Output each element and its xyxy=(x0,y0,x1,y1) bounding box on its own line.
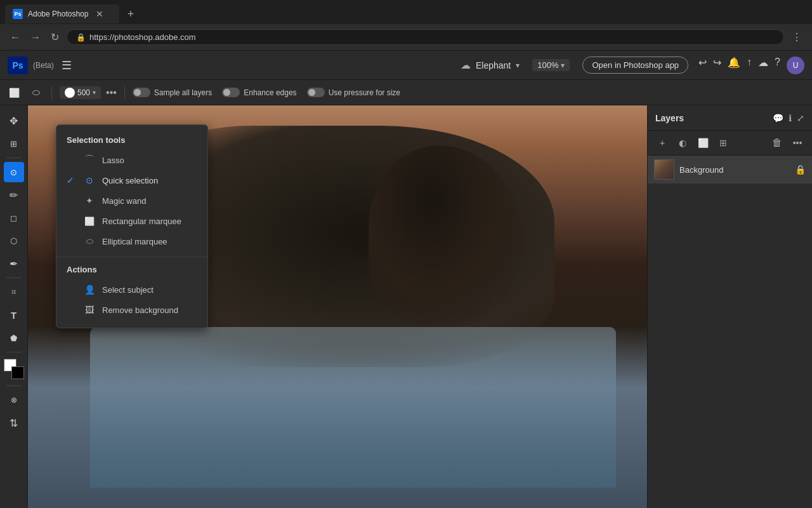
sort-icon: ⇅ xyxy=(10,417,18,429)
refresh-button[interactable]: ↻ xyxy=(48,29,62,46)
toolbar-separator-2 xyxy=(124,86,125,100)
brush-size-chevron: ▾ xyxy=(93,89,96,96)
shape-tool[interactable]: ⬟ xyxy=(4,328,24,348)
brush-circle-preview xyxy=(65,88,75,98)
select-subject-icon: 👤 xyxy=(83,283,96,296)
rect-marquee-item[interactable]: ⬜ Rectangular marquee xyxy=(56,211,207,231)
left-sidebar: ✥ ⊞ ⊙ ✏ ◻ ⬡ ✒ ⌗ T ⬟ ⊗ ⇅ xyxy=(0,105,28,508)
forward-button[interactable]: → xyxy=(28,29,43,46)
sort-tool[interactable]: ⇅ xyxy=(4,413,24,433)
rect-marquee-label: Rectangular marquee xyxy=(102,217,181,226)
magic-wand-icon: ✦ xyxy=(83,194,96,207)
elliptical-marquee-icon: ⬭ xyxy=(83,235,96,248)
select-subject-item[interactable]: 👤 Select subject xyxy=(56,279,207,300)
cloud-icon: ☁ xyxy=(461,59,471,71)
selection-tools-popup: Selection tools ⌒ Lasso ✓ ⊙ Quick select… xyxy=(56,124,208,328)
text-tool[interactable]: T xyxy=(4,305,24,325)
profile-icon[interactable]: ⋮ xyxy=(789,29,804,46)
quick-selection-checkmark: ✓ xyxy=(67,175,77,185)
panel-info-icon[interactable]: ℹ xyxy=(789,113,792,123)
back-button[interactable]: ← xyxy=(8,29,23,46)
enhance-edges-label: Enhance edges xyxy=(244,88,296,97)
layer-more-options[interactable]: ••• xyxy=(789,135,806,151)
brush-tool[interactable]: ✏ xyxy=(4,185,24,205)
tab-title: Adobe Photoshop xyxy=(28,10,88,18)
move-tool[interactable]: ✥ xyxy=(4,110,24,131)
eyedropper-tool[interactable]: ✒ xyxy=(4,253,24,274)
elliptical-marquee-item[interactable]: ⬭ Elliptical marquee xyxy=(56,231,207,251)
select-subject-label: Select subject xyxy=(102,285,154,295)
sample-all-layers-switch[interactable] xyxy=(133,88,150,97)
add-layer-button[interactable]: + xyxy=(654,135,671,151)
selection-mode-rect[interactable]: ⬜ xyxy=(5,86,23,100)
new-tab-button[interactable]: + xyxy=(123,6,138,22)
zoom-value: 100% xyxy=(537,60,558,70)
eraser-tool[interactable]: ◻ xyxy=(4,208,24,228)
magic-wand-item[interactable]: ✦ Magic wand xyxy=(56,190,207,211)
eraser-icon: ◻ xyxy=(10,213,17,223)
background-color[interactable] xyxy=(11,366,24,379)
layer-lock-icon[interactable]: 🔒 xyxy=(795,164,806,175)
selection-tool[interactable]: ⊙ xyxy=(4,162,24,182)
tab-favicon: Ps xyxy=(13,9,23,19)
canvas-area[interactable]: Selection tools ⌒ Lasso ✓ ⊙ Quick select… xyxy=(28,105,647,508)
artboard-tool[interactable]: ⊞ xyxy=(4,133,24,154)
sample-all-layers-label: Sample all layers xyxy=(154,88,212,97)
layer-name: Background xyxy=(679,165,790,175)
use-pressure-toggle[interactable]: Use pressure for size xyxy=(307,88,400,97)
beta-label: (Beta) xyxy=(33,61,54,70)
doc-name-chevron[interactable]: ▾ xyxy=(516,61,520,70)
header-icons: ↩ ↪ 🔔 ↑ ☁ ? U xyxy=(698,57,804,74)
quick-selection-icon: ⊙ xyxy=(83,174,96,187)
cloud-save-icon[interactable]: ☁ xyxy=(758,57,768,74)
enhance-edges-toggle[interactable]: Enhance edges xyxy=(222,88,296,97)
lasso-tool-item[interactable]: ⌒ Lasso xyxy=(56,150,207,170)
mask-button[interactable]: ⬜ xyxy=(695,135,711,151)
user-avatar[interactable]: U xyxy=(787,57,804,74)
panel-expand-icon[interactable]: ⤢ xyxy=(797,113,804,123)
remove-background-item[interactable]: 🖼 Remove background xyxy=(56,300,207,320)
eyedropper-icon: ✒ xyxy=(10,258,18,270)
help-icon[interactable]: ? xyxy=(775,57,780,74)
elliptical-marquee-label: Elliptical marquee xyxy=(102,237,167,246)
more-options-button[interactable]: ••• xyxy=(106,87,117,98)
zoom-control[interactable]: 100% ▾ xyxy=(532,59,570,71)
undo-button[interactable]: ↩ xyxy=(698,57,707,74)
quick-selection-item[interactable]: ✓ ⊙ Quick selection xyxy=(56,170,207,190)
selection-tools-title: Selection tools xyxy=(56,133,207,150)
document-name: Elephant xyxy=(476,60,511,70)
selection-mode-circle[interactable]: ⬭ xyxy=(29,85,44,100)
adjustment-layer-button[interactable]: ◐ xyxy=(674,135,691,151)
url-text: https://photoshop.adobe.com xyxy=(89,32,196,42)
panel-toolbar: + ◐ ⬜ ⊞ 🗑 ••• xyxy=(648,131,812,156)
paint-bucket-tool[interactable]: ⬡ xyxy=(4,231,24,251)
color-swatch[interactable] xyxy=(4,359,24,379)
panel-header: Layers 💬 ℹ ⤢ xyxy=(648,105,812,131)
brush-icon: ✏ xyxy=(10,189,18,201)
panel-chat-icon[interactable]: 💬 xyxy=(773,113,783,123)
share-icon[interactable]: ↑ xyxy=(747,57,752,74)
browser-chrome: Ps Adobe Photoshop ✕ + ← → ↻ 🔒 https://p… xyxy=(0,0,812,51)
open-in-photoshop-button[interactable]: Open in Photoshop app xyxy=(582,57,688,74)
blur-tool[interactable]: ⊗ xyxy=(4,390,24,410)
delete-layer-button[interactable]: 🗑 xyxy=(769,135,785,151)
brush-size-value: 500 xyxy=(77,88,90,97)
enhance-edges-switch[interactable] xyxy=(222,88,240,97)
group-layer-button[interactable]: ⊞ xyxy=(715,135,731,151)
background-layer[interactable]: Background 🔒 xyxy=(648,156,812,184)
lasso-icon: ⌒ xyxy=(83,154,96,166)
redo-button[interactable]: ↪ xyxy=(713,57,721,74)
address-bar[interactable]: 🔒 https://photoshop.adobe.com xyxy=(67,29,784,45)
crop-tool[interactable]: ⌗ xyxy=(4,282,24,302)
brush-size-control[interactable]: 500 ▾ xyxy=(60,86,101,99)
sample-all-layers-toggle[interactable]: Sample all layers xyxy=(133,88,212,97)
notifications-icon[interactable]: 🔔 xyxy=(728,57,740,74)
text-icon: T xyxy=(11,310,16,321)
tab-close-button[interactable]: ✕ xyxy=(96,9,103,19)
hamburger-menu[interactable]: ☰ xyxy=(59,56,74,75)
use-pressure-switch[interactable] xyxy=(307,88,325,97)
app-header: Ps (Beta) ☰ ☁ Elephant ▾ 100% ▾ Open in … xyxy=(0,51,812,80)
active-tab[interactable]: Ps Adobe Photoshop ✕ xyxy=(5,4,119,23)
popup-divider xyxy=(56,257,207,257)
tool-separator-2 xyxy=(6,277,22,278)
